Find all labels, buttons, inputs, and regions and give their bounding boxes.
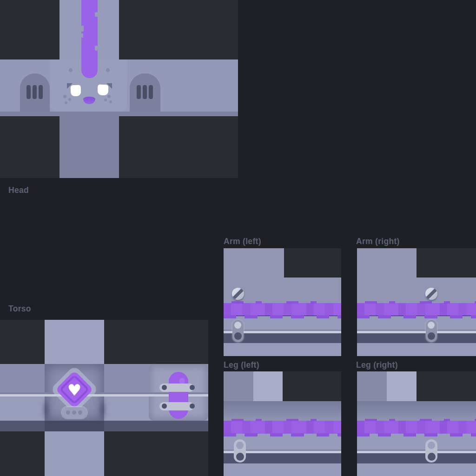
- eye-right: [98, 85, 109, 96]
- paint-stripe-band: [357, 421, 476, 434]
- uv-empty-notch: [284, 248, 341, 278]
- ear-vent-right: [130, 73, 160, 112]
- vent-slot: [137, 85, 141, 99]
- vent-slot: [39, 85, 43, 99]
- leg-top-seg-light: [253, 371, 283, 401]
- vent-slot: [26, 85, 31, 99]
- leg-left-texture-tile[interactable]: [224, 371, 341, 476]
- uv-empty-notch: [416, 248, 476, 278]
- chest-grille: [62, 407, 86, 418]
- waist-strip: [0, 421, 208, 431]
- leg-strip-light2: [357, 463, 476, 476]
- section-label-leg-left: Leg (left): [224, 360, 259, 370]
- torso-top-face: [45, 320, 104, 365]
- freckle-dot: [63, 95, 66, 98]
- freckle-dot: [109, 100, 112, 103]
- zipper-pull-icon: [426, 320, 437, 342]
- leg-strip-light2: [224, 463, 341, 476]
- freckle-dot: [104, 99, 107, 101]
- waist-strip-chest-shade: [45, 421, 104, 431]
- grille-dot: [72, 410, 76, 415]
- section-label-head: Head: [8, 185, 29, 195]
- screw-icon: [232, 288, 244, 300]
- arm-strip-light2: [357, 343, 476, 356]
- armhole-shadow-right: [98, 397, 108, 422]
- freckle-dot: [106, 68, 110, 72]
- leg-gradient-area: [357, 401, 476, 421]
- section-label-leg-right: Leg (right): [356, 360, 398, 370]
- mohawk-stripe: [81, 0, 98, 78]
- section-label-torso: Torso: [8, 304, 31, 314]
- torso-texture-tile[interactable]: ♥: [0, 320, 208, 476]
- vent-slot: [143, 85, 147, 99]
- mohawk-notch: [81, 26, 84, 32]
- vent-slot: [149, 85, 153, 99]
- vent-slot: [33, 85, 37, 99]
- freckle-dot: [68, 98, 71, 101]
- section-label-arm-right: Arm (right): [356, 237, 400, 246]
- arm-strip-light2: [224, 343, 341, 356]
- head-texture-tile[interactable]: [0, 0, 238, 178]
- screw-icon: [425, 288, 437, 300]
- paint-stripe-band: [224, 303, 341, 316]
- section-label-arm-left: Arm (left): [224, 237, 261, 246]
- leg-top-seg-shaded: [357, 371, 387, 401]
- zipper-pull-icon: [234, 439, 246, 463]
- torso-bottom-face: [45, 431, 104, 476]
- freckle-dot: [65, 101, 67, 104]
- freckle-dot: [69, 68, 73, 72]
- strap-bolt: [190, 403, 195, 409]
- eye-left: [71, 85, 81, 97]
- arm-strip-dark: [357, 333, 476, 343]
- head-bottom-face: [60, 116, 119, 178]
- leg-right-texture-tile[interactable]: [357, 371, 476, 476]
- mohawk-notch: [95, 12, 98, 17]
- freckle-dot: [107, 95, 111, 98]
- tank-capsule: [169, 372, 188, 419]
- leg-gradient-area: [224, 401, 341, 421]
- leg-top-seg-light: [387, 371, 416, 401]
- arm-right-texture-tile[interactable]: [357, 248, 476, 356]
- leg-top-seg-shaded: [224, 371, 253, 401]
- zipper-pull-icon: [425, 439, 437, 463]
- mohawk-notch: [95, 46, 98, 51]
- strap-bolt: [162, 403, 167, 409]
- ear-vent-left: [20, 73, 50, 112]
- grille-dot: [66, 410, 70, 415]
- zipper-pull-icon: [232, 320, 244, 342]
- grille-dot: [78, 410, 82, 415]
- strap-bolt: [162, 385, 167, 390]
- mohawk-notch: [81, 33, 83, 38]
- strap-bolt: [190, 385, 195, 390]
- heart-icon: ♥: [65, 381, 84, 399]
- arm-left-texture-tile[interactable]: [224, 248, 341, 356]
- armhole-shadow-left: [41, 397, 51, 422]
- paint-stripe-band: [357, 303, 476, 316]
- paint-stripe-band: [224, 421, 341, 434]
- leg-strip-dark: [357, 453, 476, 463]
